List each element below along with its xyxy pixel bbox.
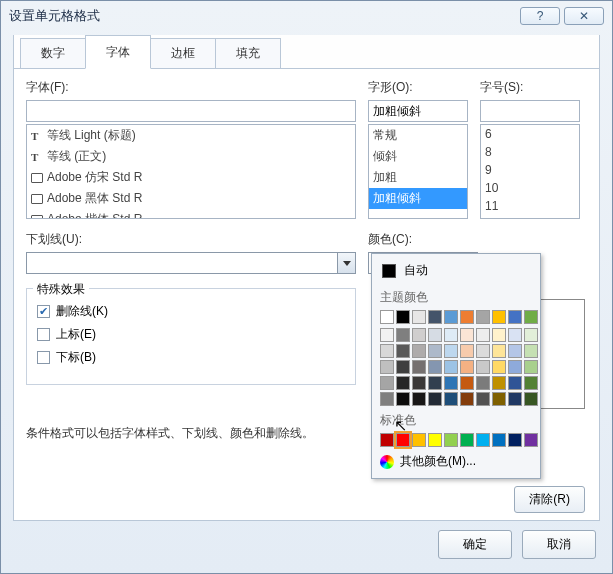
font-input[interactable] <box>26 100 356 122</box>
color-swatch[interactable] <box>412 344 426 358</box>
color-swatch[interactable] <box>380 360 394 374</box>
color-swatch[interactable] <box>396 433 410 447</box>
color-swatch[interactable] <box>396 392 410 406</box>
color-swatch[interactable] <box>492 344 506 358</box>
color-swatch[interactable] <box>460 360 474 374</box>
color-swatch[interactable] <box>476 360 490 374</box>
color-swatch[interactable] <box>524 360 538 374</box>
color-swatch[interactable] <box>508 433 522 447</box>
color-swatch[interactable] <box>492 392 506 406</box>
font-label: 字体(F): <box>26 79 356 96</box>
color-swatch[interactable] <box>428 344 442 358</box>
close-button[interactable]: ✕ <box>564 7 604 25</box>
color-swatch[interactable] <box>412 310 426 324</box>
color-swatch[interactable] <box>444 360 458 374</box>
color-swatch[interactable] <box>508 360 522 374</box>
color-swatch[interactable] <box>460 328 474 342</box>
color-swatch[interactable] <box>444 344 458 358</box>
color-swatch[interactable] <box>380 392 394 406</box>
color-swatch[interactable] <box>412 392 426 406</box>
color-swatch[interactable] <box>492 376 506 390</box>
cancel-button[interactable]: 取消 <box>522 530 596 559</box>
font-list[interactable]: T等线 Light (标题) T等线 (正文) Adobe 仿宋 Std R A… <box>26 124 356 219</box>
color-swatch[interactable] <box>428 392 442 406</box>
color-swatch[interactable] <box>508 376 522 390</box>
color-swatch[interactable] <box>428 360 442 374</box>
color-swatch[interactable] <box>380 344 394 358</box>
color-swatch[interactable] <box>476 344 490 358</box>
strike-checkbox[interactable]: 删除线(K) <box>37 303 345 320</box>
color-auto-option[interactable]: 自动 <box>378 258 534 283</box>
tab-fill[interactable]: 填充 <box>215 38 281 68</box>
subscript-checkbox[interactable]: 下标(B) <box>37 349 345 366</box>
color-swatch[interactable] <box>380 376 394 390</box>
color-swatch[interactable] <box>380 328 394 342</box>
color-swatch[interactable] <box>444 376 458 390</box>
auto-swatch-icon <box>382 264 396 278</box>
style-list[interactable]: 常规 倾斜 加粗 加粗倾斜 <box>368 124 468 219</box>
color-swatch[interactable] <box>524 392 538 406</box>
color-swatch[interactable] <box>460 344 474 358</box>
color-swatch[interactable] <box>524 310 538 324</box>
tab-border[interactable]: 边框 <box>150 38 216 68</box>
color-swatch[interactable] <box>492 310 506 324</box>
font-icon: T <box>31 152 43 162</box>
color-swatch[interactable] <box>444 433 458 447</box>
style-input[interactable] <box>368 100 468 122</box>
color-swatch[interactable] <box>380 433 394 447</box>
color-swatch[interactable] <box>444 328 458 342</box>
color-swatch[interactable] <box>476 392 490 406</box>
printer-icon <box>31 173 43 183</box>
size-list[interactable]: 6 8 9 10 11 12 <box>480 124 580 219</box>
color-swatch[interactable] <box>492 433 506 447</box>
color-swatch[interactable] <box>412 328 426 342</box>
tab-font[interactable]: 字体 <box>85 35 151 69</box>
standard-color-row <box>378 433 534 447</box>
color-swatch[interactable] <box>508 344 522 358</box>
color-swatch[interactable] <box>524 328 538 342</box>
color-swatch[interactable] <box>444 310 458 324</box>
color-swatch[interactable] <box>396 360 410 374</box>
color-swatch[interactable] <box>460 310 474 324</box>
clear-button[interactable]: 清除(R) <box>514 486 585 513</box>
color-swatch[interactable] <box>396 344 410 358</box>
color-swatch[interactable] <box>492 360 506 374</box>
superscript-checkbox[interactable]: 上标(E) <box>37 326 345 343</box>
color-swatch[interactable] <box>476 310 490 324</box>
color-swatch[interactable] <box>396 310 410 324</box>
color-swatch[interactable] <box>412 376 426 390</box>
ok-button[interactable]: 确定 <box>438 530 512 559</box>
color-swatch[interactable] <box>428 433 442 447</box>
color-swatch[interactable] <box>476 328 490 342</box>
color-swatch[interactable] <box>524 433 538 447</box>
color-swatch[interactable] <box>460 392 474 406</box>
color-swatch[interactable] <box>476 376 490 390</box>
color-swatch[interactable] <box>412 433 426 447</box>
color-swatch[interactable] <box>428 376 442 390</box>
color-swatch[interactable] <box>476 433 490 447</box>
color-swatch[interactable] <box>524 376 538 390</box>
color-swatch[interactable] <box>396 376 410 390</box>
color-swatch[interactable] <box>460 376 474 390</box>
color-swatch[interactable] <box>524 344 538 358</box>
color-swatch[interactable] <box>508 392 522 406</box>
chevron-down-icon[interactable] <box>337 253 355 273</box>
color-swatch[interactable] <box>428 328 442 342</box>
size-input[interactable] <box>480 100 580 122</box>
theme-color-row <box>378 310 534 324</box>
checkbox-icon <box>37 305 50 318</box>
color-swatch[interactable] <box>412 360 426 374</box>
color-swatch[interactable] <box>428 310 442 324</box>
color-swatch[interactable] <box>492 328 506 342</box>
color-swatch[interactable] <box>380 310 394 324</box>
underline-combo[interactable] <box>26 252 356 274</box>
color-swatch[interactable] <box>508 328 522 342</box>
tab-number[interactable]: 数字 <box>20 38 86 68</box>
color-swatch[interactable] <box>444 392 458 406</box>
help-button[interactable]: ? <box>520 7 560 25</box>
color-swatch[interactable] <box>460 433 474 447</box>
more-colors-option[interactable]: 其他颜色(M)... <box>378 447 534 470</box>
color-swatch[interactable] <box>508 310 522 324</box>
effects-legend: 特殊效果 <box>33 281 89 298</box>
color-swatch[interactable] <box>396 328 410 342</box>
